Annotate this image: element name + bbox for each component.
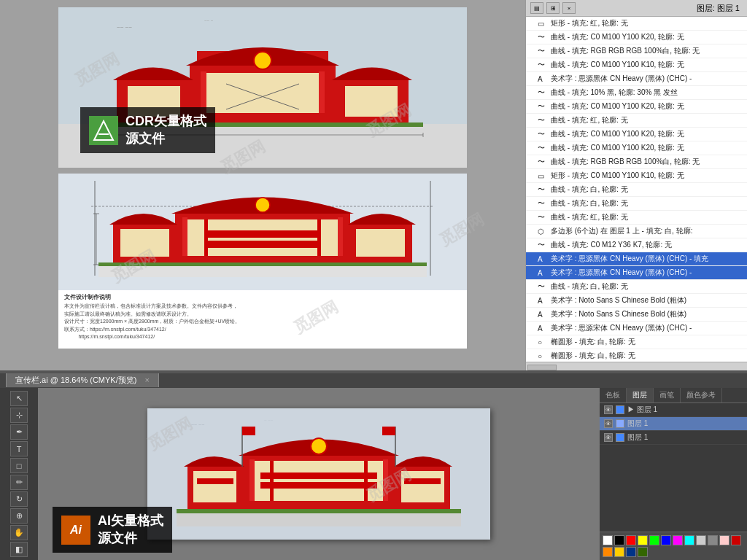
layer-type-icon: 〜	[538, 32, 548, 42]
ai-tool-zoom[interactable]: ⊕	[10, 508, 28, 524]
color-swatch[interactable]	[626, 547, 636, 557]
layer-color-swatch	[616, 405, 624, 414]
svg-rect-67	[382, 427, 395, 435]
layer-type-icon: 〜	[538, 60, 548, 70]
svg-rect-43	[204, 241, 321, 248]
layer-type-icon: A	[538, 311, 548, 319]
cdr-icon	[89, 116, 118, 145]
cdr-layer-item[interactable]: ▭矩形 - 填充: C0 M100 Y100 K10, 轮廓: 无	[526, 169, 747, 183]
cdr-layer-item[interactable]: 〜曲线 - 填充: RGB RGB RGB 100%白, 轮廓: 无	[526, 155, 747, 169]
panel-header: ▤ ⊞ × 图层: 图层 1	[526, 0, 747, 17]
cdr-layer-item[interactable]: 〜曲线 - 填充: 红, 轮廓: 无	[526, 211, 747, 225]
ai-tool-paintbrush[interactable]: ✏	[10, 475, 28, 490]
svg-rect-55	[270, 461, 274, 501]
color-swatch[interactable]	[661, 535, 671, 545]
svg-rect-42	[204, 230, 321, 238]
cdr-layer-item[interactable]: 〜曲线 - 填充: C0 M100 Y100 K10, 轮廓: 无	[526, 58, 747, 72]
ai-layer-item[interactable]: 👁 图层 1	[600, 417, 747, 431]
color-swatch[interactable]	[638, 547, 648, 557]
cdr-badge: CDR矢量格式 源文件	[80, 107, 215, 153]
ai-tool-hand[interactable]: ✋	[10, 525, 28, 540]
color-swatch[interactable]	[696, 535, 706, 545]
ai-tab-colorref[interactable]: 颜色参考	[681, 388, 722, 402]
color-swatch[interactable]	[638, 535, 648, 545]
layer-type-icon: ⬡	[538, 228, 548, 236]
ai-tool-gradient[interactable]: ◧	[10, 542, 28, 557]
cdr-layer-item[interactable]: A美术字 : 思源黑体 CN Heavy (黑体) (CHC) - 填充	[526, 252, 747, 266]
color-swatch[interactable]	[731, 535, 741, 545]
panel-icon-close[interactable]: ×	[562, 2, 576, 14]
color-swatch[interactable]	[684, 535, 694, 545]
cdr-layer-item[interactable]: 〜曲线 - 填充: RGB RGB RGB 100%白, 轮廓: 无	[526, 44, 747, 58]
cdr-layer-item[interactable]: A美术字 : Noto Sans S Chinese Bold (粗体)	[526, 308, 747, 322]
cdr-layer-item[interactable]: 〜曲线 - 填充: C0 M12 Y36 K7, 轮廓: 无	[526, 238, 747, 252]
panel-icon-layer[interactable]: ▤	[530, 2, 543, 14]
cdr-layer-item[interactable]: 〜曲线 - 填充: C0 M100 Y100 K20, 轮廓: 无	[526, 141, 747, 155]
cdr-layer-item[interactable]: 〜曲线 - 填充: 红, 轮廓: 无	[526, 114, 747, 128]
cdr-layer-item[interactable]: A美术字 : 思源黑体 CN Heavy (黑体) (CHC) -	[526, 266, 747, 280]
ai-tab-brushes[interactable]: 画笔	[654, 388, 681, 402]
cdr-layer-item[interactable]: 〜曲线 - 填充: 白, 轮廓: 无	[526, 183, 747, 197]
ai-artboard: ~~ ~~ ~ ~~	[147, 408, 490, 540]
svg-point-13	[254, 52, 271, 69]
cdr-layer-item[interactable]: 〜曲线 - 填充: C0 M100 Y100 K20, 轮廓: 无	[526, 128, 747, 141]
building-preview-bottom	[58, 174, 467, 290]
layer-type-icon: A	[538, 255, 548, 263]
layer-type-icon: 〜	[538, 143, 548, 153]
color-swatch[interactable]	[673, 535, 683, 545]
cdr-layers-list[interactable]: ▭矩形 - 填充: 红, 轮廓: 无〜曲线 - 填充: C0 M100 Y100…	[526, 17, 747, 362]
ai-tool-rotate[interactable]: ↻	[10, 491, 28, 507]
layer-type-icon: A	[538, 269, 548, 277]
color-swatch[interactable]	[614, 535, 624, 545]
svg-rect-30	[120, 229, 169, 257]
ai-tab-swatches[interactable]: 色板	[600, 388, 627, 402]
svg-rect-60	[197, 478, 233, 484]
ai-layer-item[interactable]: 👁 ▶ 图层 1	[600, 403, 747, 417]
color-swatch[interactable]	[708, 535, 718, 545]
ai-right-panel: 色板 图层 画笔 颜色参考 👁 ▶ 图层 1 👁 图层 1 👁 图层 1	[600, 388, 747, 560]
layer-visibility-eye[interactable]: 👁	[604, 405, 613, 414]
cdr-layer-item[interactable]: 〜曲线 - 填充: C0 M100 Y100 K20, 轮廓: 无	[526, 100, 747, 114]
layer-type-icon: 〜	[538, 46, 548, 56]
cdr-layer-item[interactable]: A美术字 : Noto Sans S Chinese Bold (粗体)	[526, 294, 747, 308]
ai-window: 宣传栏.ai @ 18.64% (CMYK/预览) × ↖ ⊹ ✒ T □ ✏ …	[0, 372, 747, 560]
cdr-layer-item[interactable]: 〜曲线 - 填充: C0 M100 Y100 K20, 轮廓: 无	[526, 31, 747, 44]
color-swatch[interactable]	[614, 547, 624, 557]
color-swatch[interactable]	[603, 535, 613, 545]
layer-type-icon: 〜	[538, 212, 548, 222]
ai-layer-item[interactable]: 👁 图层 1	[600, 431, 747, 445]
panel-icon-obj[interactable]: ⊞	[546, 2, 560, 14]
color-swatch[interactable]	[649, 535, 659, 545]
ai-tab-layers[interactable]: 图层	[627, 388, 654, 402]
cdr-layer-item[interactable]: 〜曲线 - 填充: 白, 轮廓: 无	[526, 280, 747, 294]
svg-text:~~ ~~: ~~ ~~	[117, 24, 132, 31]
ai-tool-pen[interactable]: ✒	[10, 424, 28, 440]
layer-visibility-eye[interactable]: 👁	[604, 419, 613, 428]
cdr-layer-item[interactable]: 〜曲线 - 填充: 10% 黑, 轮廓: 30% 黑 发丝	[526, 86, 747, 100]
ai-tool-rect[interactable]: □	[10, 458, 28, 473]
cdr-layer-item[interactable]: ○椭圆形 - 填充: 白, 轮廓: 无	[526, 349, 747, 362]
ai-tab-active[interactable]: 宣传栏.ai @ 18.64% (CMYK/预览) ×	[6, 373, 159, 387]
ai-tool-direct-select[interactable]: ⊹	[10, 408, 28, 423]
svg-rect-8	[204, 73, 321, 113]
cdr-layer-item[interactable]: ⬡多边形 (6个边) 在 图层 1 上 - 填充: 白, 轮廓:	[526, 225, 747, 238]
svg-rect-63	[177, 513, 461, 526]
layer-type-icon: 〜	[538, 198, 548, 209]
cdr-layer-item[interactable]: ▭矩形 - 填充: 红, 轮廓: 无	[526, 17, 747, 31]
cdr-layer-item[interactable]: ○椭圆形 - 填充: 白, 轮廓: 无	[526, 335, 747, 349]
color-swatch[interactable]	[603, 547, 613, 557]
cdr-layer-item[interactable]: 〜曲线 - 填充: 白, 轮廓: 无	[526, 197, 747, 211]
ai-swatches	[600, 532, 747, 560]
ai-tool-select[interactable]: ↖	[10, 391, 28, 406]
layer-visibility-eye[interactable]: 👁	[604, 433, 613, 442]
tech-specs-area: 文件设计制作说明 本文件为宣传栏设计稿，包含标准设计方案及技术参数。文件内容仅供…	[58, 290, 467, 344]
color-swatch[interactable]	[626, 535, 636, 545]
ai-layers-list[interactable]: 👁 ▶ 图层 1 👁 图层 1 👁 图层 1	[600, 403, 747, 532]
ai-tab-close[interactable]: ×	[145, 376, 150, 384]
color-swatch[interactable]	[719, 535, 729, 545]
cdr-layer-item[interactable]: A美术字 : 思源黑体 CN Heavy (黑体) (CHC) -	[526, 72, 747, 86]
ai-canvas[interactable]: ~~ ~~ ~ ~~	[38, 388, 600, 560]
cdr-layer-item[interactable]: A美术字 : 思源宋体 CN Heavy (黑体) (CHC) -	[526, 322, 747, 335]
layer-type-icon: 〜	[538, 157, 548, 167]
ai-tool-type[interactable]: T	[10, 441, 28, 456]
